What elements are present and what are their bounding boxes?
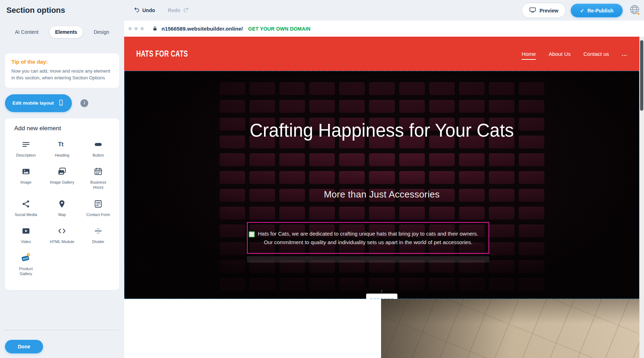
add-element-description[interactable]: Description: [8, 139, 44, 158]
add-element-map[interactable]: Map: [44, 199, 80, 217]
wall-tile: [339, 207, 365, 220]
wall-tile: [459, 153, 485, 166]
add-element-heading[interactable]: TtHeading: [44, 139, 80, 158]
undo-icon: [134, 7, 140, 14]
wall-tile: [429, 100, 455, 113]
wall-tile: [220, 153, 245, 166]
hero-section[interactable]: Crafting Happiness for Your Cats More th…: [124, 71, 639, 299]
element-label: Heading: [55, 153, 69, 158]
tab-ai-content[interactable]: AI Content: [9, 26, 44, 38]
wall-tile: [489, 225, 514, 237]
add-element-product-gallery[interactable]: SHOPProduct Gallery: [8, 253, 44, 277]
image-gallery-icon: [57, 166, 67, 177]
redo-button[interactable]: Redo: [168, 7, 189, 14]
add-element-business-hours[interactable]: Business Hours: [80, 166, 116, 190]
wall-tile: [339, 82, 365, 95]
wall-tile: [220, 207, 245, 220]
wall-tile: [249, 82, 275, 95]
add-new-element-card: Add new element DescriptionTtHeadingButt…: [5, 119, 119, 290]
nav-item-home[interactable]: Home: [522, 51, 536, 57]
element-placeholder-strip: [247, 256, 489, 263]
add-element-social-media[interactable]: Social Media: [8, 199, 44, 217]
element-label: Button: [93, 153, 104, 158]
wall-tile: [339, 153, 365, 166]
wall-tile: [489, 278, 514, 291]
pavement-photo: [381, 299, 639, 358]
element-label: Map: [58, 212, 66, 217]
site-logo[interactable]: HATS FOR CATS: [136, 49, 188, 59]
wall-tile: [519, 207, 544, 220]
done-button[interactable]: Done: [5, 340, 43, 353]
top-toolbar: Section options Undo Redo Preview ✓ Re-P…: [0, 0, 644, 21]
add-element-image[interactable]: Image: [8, 166, 44, 190]
element-grid: DescriptionTtHeadingButtonImageImage Gal…: [8, 139, 116, 277]
wall-tile: [459, 171, 485, 184]
description-element-selected[interactable]: Hats for Cats, we are dedicated to craft…: [247, 222, 489, 254]
wall-tile: [309, 171, 335, 184]
language-globe-button[interactable]: [628, 4, 641, 17]
hero-heading[interactable]: Crafting Happiness for Your Cats: [124, 116, 639, 144]
wall-tile: [249, 171, 275, 184]
add-element-image-gallery[interactable]: Image Gallery: [44, 166, 80, 190]
map-icon: [57, 199, 67, 209]
monitor-icon: [529, 6, 536, 15]
toolbar-actions: Preview ✓ Re-Publish: [522, 3, 641, 18]
page-scrollbar: [639, 37, 644, 358]
nav-item-contact-us[interactable]: Contact us: [584, 51, 609, 57]
resize-arrows-icon: ↕: [381, 288, 383, 293]
wall-tile: [519, 278, 544, 291]
tip-title: Tip of the day:: [11, 59, 113, 65]
site-url: n1566589.websitebuilder.online/: [162, 26, 243, 32]
hero-subheading[interactable]: More than Just Accessories: [124, 189, 639, 200]
wall-tile: [249, 100, 275, 113]
add-element-html-module[interactable]: HTML Module: [44, 226, 80, 244]
wall-tile: [309, 207, 335, 220]
wall-tile: [399, 278, 425, 291]
info-icon[interactable]: i: [80, 99, 88, 107]
element-label: HTML Module: [50, 239, 74, 244]
wall-tile: [220, 242, 245, 255]
resize-handle-west[interactable]: [249, 231, 255, 237]
mobile-layout-row: Edit mobile layout i: [5, 94, 119, 112]
window-dot: [128, 27, 132, 30]
tip-body: Now you can add, move and resize any ele…: [11, 68, 113, 81]
wall-tile: [399, 207, 425, 220]
edit-mobile-label: Edit mobile layout: [12, 100, 54, 106]
nav-item-more[interactable]: ...: [622, 51, 627, 57]
element-label: Description: [16, 153, 36, 158]
add-element-divider[interactable]: Divider: [80, 226, 116, 244]
element-label: Image: [21, 180, 32, 185]
site-preview: HATS FOR CATS HomeAbout UsContact us... …: [124, 37, 639, 358]
add-element-contact-form[interactable]: Contact Form: [80, 199, 116, 217]
nav-item-about-us[interactable]: About Us: [549, 51, 571, 57]
window-dot: [134, 27, 138, 30]
republish-label: Re-Publish: [587, 7, 613, 13]
wall-tile: [459, 82, 485, 95]
undo-button[interactable]: Undo: [134, 7, 155, 14]
lock-icon: [152, 26, 158, 31]
wall-tile: [220, 171, 245, 184]
wall-tile: [399, 100, 425, 113]
get-domain-link[interactable]: GET YOUR OWN DOMAIN: [248, 26, 310, 32]
add-element-video[interactable]: Video: [8, 226, 44, 244]
notification-dot: [637, 12, 640, 15]
contact-form-icon: [93, 199, 104, 209]
wall-tile: [220, 225, 245, 237]
add-element-button[interactable]: Button: [80, 139, 116, 158]
section-height-resize-handle[interactable]: ↕: [366, 294, 397, 299]
tab-design[interactable]: Design: [88, 26, 115, 38]
social-media-icon: [21, 199, 31, 209]
element-label: Video: [21, 239, 31, 244]
undo-label: Undo: [142, 7, 155, 13]
wall-tile: [519, 225, 544, 237]
edit-mobile-layout-button[interactable]: Edit mobile layout: [5, 94, 72, 112]
scrollbar-thumb[interactable]: [640, 40, 643, 111]
republish-button[interactable]: ✓ Re-Publish: [571, 4, 623, 17]
preview-button[interactable]: Preview: [522, 3, 566, 18]
wall-tile: [519, 171, 544, 184]
video-icon: [21, 226, 31, 236]
tab-elements[interactable]: Elements: [49, 26, 83, 38]
wall-tile: [369, 82, 395, 95]
html-module-icon: [57, 226, 67, 236]
wall-tile: [220, 260, 245, 273]
